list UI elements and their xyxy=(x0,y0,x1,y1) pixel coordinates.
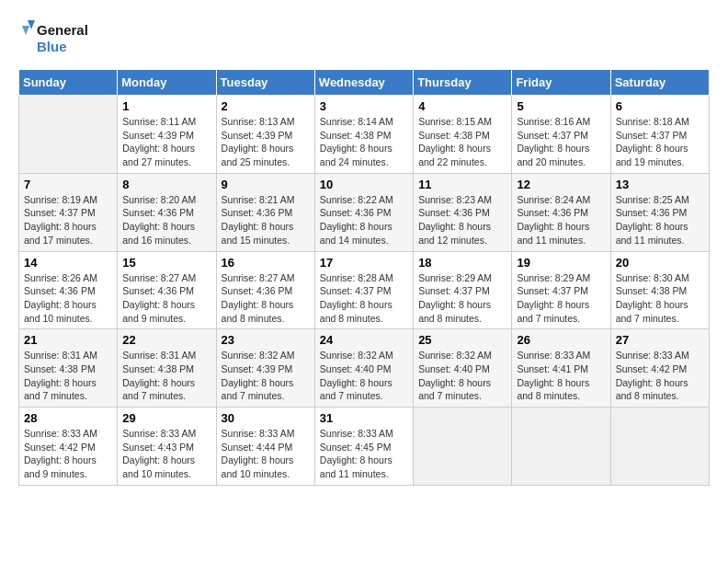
day-info: Sunrise: 8:30 AMSunset: 4:38 PMDaylight:… xyxy=(616,271,704,326)
calendar-cell: 20Sunrise: 8:30 AMSunset: 4:38 PMDayligh… xyxy=(610,251,709,329)
calendar-cell: 11Sunrise: 8:23 AMSunset: 4:36 PMDayligh… xyxy=(414,173,512,251)
day-info: Sunrise: 8:22 AMSunset: 4:36 PMDaylight:… xyxy=(320,193,408,247)
day-info: Sunrise: 8:32 AMSunset: 4:39 PMDaylight:… xyxy=(222,349,310,403)
calendar-cell: 23Sunrise: 8:32 AMSunset: 4:39 PMDayligh… xyxy=(216,329,314,408)
weekday-header: Thursday xyxy=(414,70,512,96)
calendar-cell xyxy=(512,408,610,486)
calendar-cell: 7Sunrise: 8:19 AMSunset: 4:37 PMDaylight… xyxy=(19,173,118,251)
day-info: Sunrise: 8:31 AMSunset: 4:38 PMDaylight:… xyxy=(122,349,210,403)
calendar-cell: 10Sunrise: 8:22 AMSunset: 4:36 PMDayligh… xyxy=(314,173,413,251)
day-info: Sunrise: 8:20 AMSunset: 4:36 PMDaylight:… xyxy=(122,193,210,247)
weekday-header: Friday xyxy=(512,70,610,96)
day-number: 24 xyxy=(320,333,408,347)
day-info: Sunrise: 8:33 AMSunset: 4:42 PMDaylight:… xyxy=(616,349,704,403)
calendar-cell: 2Sunrise: 8:13 AMSunset: 4:39 PMDaylight… xyxy=(216,96,314,174)
day-info: Sunrise: 8:19 AMSunset: 4:37 PMDaylight:… xyxy=(24,193,112,247)
day-info: Sunrise: 8:31 AMSunset: 4:38 PMDaylight:… xyxy=(24,349,112,403)
day-number: 4 xyxy=(418,99,506,113)
calendar-cell: 6Sunrise: 8:18 AMSunset: 4:37 PMDaylight… xyxy=(610,96,709,174)
day-number: 21 xyxy=(24,333,112,347)
calendar-cell: 28Sunrise: 8:33 AMSunset: 4:42 PMDayligh… xyxy=(19,408,118,486)
logo-svg: General Blue xyxy=(18,18,101,60)
calendar-cell: 3Sunrise: 8:14 AMSunset: 4:38 PMDaylight… xyxy=(314,96,413,174)
calendar-cell: 9Sunrise: 8:21 AMSunset: 4:36 PMDaylight… xyxy=(216,173,314,251)
day-number: 30 xyxy=(222,411,310,425)
day-info: Sunrise: 8:33 AMSunset: 4:41 PMDaylight:… xyxy=(517,349,605,403)
weekday-header: Sunday xyxy=(19,70,118,96)
day-info: Sunrise: 8:25 AMSunset: 4:36 PMDaylight:… xyxy=(616,193,704,247)
calendar-cell: 27Sunrise: 8:33 AMSunset: 4:42 PMDayligh… xyxy=(610,329,709,408)
calendar-cell xyxy=(19,96,118,174)
calendar-cell: 30Sunrise: 8:33 AMSunset: 4:44 PMDayligh… xyxy=(216,408,314,486)
weekday-header: Monday xyxy=(118,70,216,96)
calendar-cell: 29Sunrise: 8:33 AMSunset: 4:43 PMDayligh… xyxy=(118,408,216,486)
day-number: 19 xyxy=(517,256,605,270)
day-info: Sunrise: 8:26 AMSunset: 4:36 PMDaylight:… xyxy=(24,271,112,326)
day-number: 17 xyxy=(320,256,408,270)
calendar-cell: 22Sunrise: 8:31 AMSunset: 4:38 PMDayligh… xyxy=(118,329,216,408)
calendar-cell: 8Sunrise: 8:20 AMSunset: 4:36 PMDaylight… xyxy=(118,173,216,251)
calendar-cell xyxy=(414,408,512,486)
calendar-week-row: 28Sunrise: 8:33 AMSunset: 4:42 PMDayligh… xyxy=(19,408,710,486)
day-number: 16 xyxy=(222,256,310,270)
day-info: Sunrise: 8:23 AMSunset: 4:36 PMDaylight:… xyxy=(418,193,506,247)
calendar-week-row: 21Sunrise: 8:31 AMSunset: 4:38 PMDayligh… xyxy=(19,329,710,408)
day-info: Sunrise: 8:32 AMSunset: 4:40 PMDaylight:… xyxy=(418,349,506,403)
calendar-cell: 4Sunrise: 8:15 AMSunset: 4:38 PMDaylight… xyxy=(414,96,512,174)
day-number: 27 xyxy=(616,333,704,347)
day-number: 11 xyxy=(418,178,506,191)
day-number: 13 xyxy=(616,178,704,191)
day-number: 26 xyxy=(517,333,605,347)
day-number: 14 xyxy=(24,256,112,270)
svg-marker-3 xyxy=(22,26,29,35)
calendar-cell: 18Sunrise: 8:29 AMSunset: 4:37 PMDayligh… xyxy=(414,251,512,329)
calendar-cell: 19Sunrise: 8:29 AMSunset: 4:37 PMDayligh… xyxy=(512,251,610,329)
day-number: 2 xyxy=(222,99,310,113)
day-number: 31 xyxy=(320,411,408,425)
day-number: 15 xyxy=(122,256,210,270)
calendar-cell: 21Sunrise: 8:31 AMSunset: 4:38 PMDayligh… xyxy=(19,329,118,408)
calendar-cell: 25Sunrise: 8:32 AMSunset: 4:40 PMDayligh… xyxy=(414,329,512,408)
calendar-cell: 5Sunrise: 8:16 AMSunset: 4:37 PMDaylight… xyxy=(512,96,610,174)
day-number: 8 xyxy=(122,178,210,191)
calendar-week-row: 7Sunrise: 8:19 AMSunset: 4:37 PMDaylight… xyxy=(19,173,710,251)
day-number: 18 xyxy=(418,256,506,270)
calendar-cell: 16Sunrise: 8:27 AMSunset: 4:36 PMDayligh… xyxy=(216,251,314,329)
svg-marker-2 xyxy=(28,20,35,29)
logo: General Blue xyxy=(18,18,101,60)
calendar-cell: 26Sunrise: 8:33 AMSunset: 4:41 PMDayligh… xyxy=(512,329,610,408)
svg-text:General: General xyxy=(37,22,88,38)
day-number: 12 xyxy=(517,178,605,191)
weekday-header: Wednesday xyxy=(314,70,413,96)
day-number: 6 xyxy=(616,99,704,113)
day-info: Sunrise: 8:32 AMSunset: 4:40 PMDaylight:… xyxy=(320,349,408,403)
day-info: Sunrise: 8:28 AMSunset: 4:37 PMDaylight:… xyxy=(320,271,408,326)
day-number: 28 xyxy=(24,411,112,425)
day-info: Sunrise: 8:11 AMSunset: 4:39 PMDaylight:… xyxy=(122,115,210,169)
weekday-header-row: SundayMondayTuesdayWednesdayThursdayFrid… xyxy=(19,70,710,96)
day-number: 7 xyxy=(24,178,112,191)
day-info: Sunrise: 8:27 AMSunset: 4:36 PMDaylight:… xyxy=(122,271,210,326)
calendar-cell xyxy=(610,408,709,486)
header: General Blue xyxy=(18,18,710,60)
day-number: 20 xyxy=(616,256,704,270)
calendar: SundayMondayTuesdayWednesdayThursdayFrid… xyxy=(18,69,710,486)
day-number: 22 xyxy=(122,333,210,347)
day-number: 3 xyxy=(320,99,408,113)
day-number: 29 xyxy=(122,411,210,425)
day-info: Sunrise: 8:33 AMSunset: 4:43 PMDaylight:… xyxy=(122,427,210,481)
day-info: Sunrise: 8:14 AMSunset: 4:38 PMDaylight:… xyxy=(320,115,408,169)
day-info: Sunrise: 8:13 AMSunset: 4:39 PMDaylight:… xyxy=(222,115,310,169)
day-info: Sunrise: 8:33 AMSunset: 4:45 PMDaylight:… xyxy=(320,427,408,481)
day-info: Sunrise: 8:33 AMSunset: 4:42 PMDaylight:… xyxy=(24,427,112,481)
day-info: Sunrise: 8:16 AMSunset: 4:37 PMDaylight:… xyxy=(517,115,605,169)
svg-text:Blue: Blue xyxy=(37,39,67,54)
day-number: 23 xyxy=(222,333,310,347)
day-info: Sunrise: 8:24 AMSunset: 4:36 PMDaylight:… xyxy=(517,193,605,247)
calendar-cell: 24Sunrise: 8:32 AMSunset: 4:40 PMDayligh… xyxy=(314,329,413,408)
calendar-cell: 13Sunrise: 8:25 AMSunset: 4:36 PMDayligh… xyxy=(610,173,709,251)
calendar-cell: 14Sunrise: 8:26 AMSunset: 4:36 PMDayligh… xyxy=(19,251,118,329)
calendar-cell: 31Sunrise: 8:33 AMSunset: 4:45 PMDayligh… xyxy=(314,408,413,486)
day-number: 25 xyxy=(418,333,506,347)
day-number: 10 xyxy=(320,178,408,191)
